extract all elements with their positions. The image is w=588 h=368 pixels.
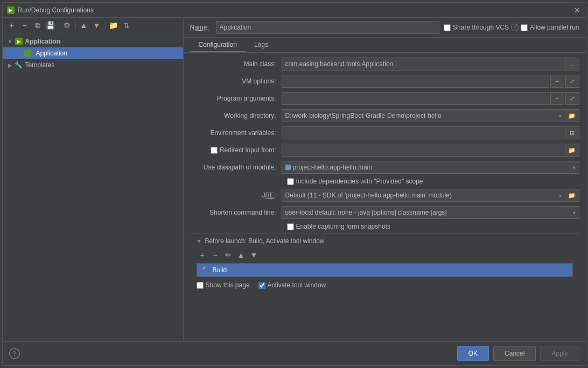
add-config-button[interactable]: + bbox=[6, 19, 18, 31]
redirect-input-row: Redirect input from: 📁 bbox=[190, 143, 579, 157]
apply-button[interactable]: Apply bbox=[540, 346, 579, 361]
before-launch-down-btn[interactable]: ▼ bbox=[248, 249, 260, 261]
activate-tool-label[interactable]: Activate tool window bbox=[258, 281, 326, 289]
enable-snapshots-checkbox[interactable] bbox=[287, 223, 294, 230]
program-args-input[interactable] bbox=[282, 92, 549, 105]
redirect-input[interactable] bbox=[282, 144, 565, 157]
build-list-item[interactable]: 🔨 Build bbox=[197, 264, 572, 277]
shorten-row: Shorten command line: user-local default… bbox=[190, 206, 579, 220]
show-page-label[interactable]: Show this page bbox=[197, 281, 250, 289]
activate-tool-text: Activate tool window bbox=[268, 281, 326, 289]
before-launch-edit-btn[interactable]: ✏ bbox=[222, 249, 234, 261]
title-bar: ▶ Run/Debug Configurations ✕ bbox=[3, 3, 586, 18]
enable-snapshots-row: Enable capturing form snapshots bbox=[190, 223, 579, 230]
share-help-icon[interactable]: ? bbox=[511, 24, 519, 31]
left-panel: + − ⧉ 💾 ⚙ ▲ ▼ 📁 ⇅ ▼ ▶ bbox=[3, 18, 184, 341]
jre-row: JRE: Default (11 - SDK of 'project-hello… bbox=[190, 188, 579, 202]
redirect-input-group: 📁 bbox=[282, 144, 579, 157]
vm-options-input[interactable] bbox=[282, 75, 549, 88]
shorten-select[interactable]: user-local default: none - java [options… bbox=[282, 206, 579, 219]
redirect-label-text: Redirect input from: bbox=[220, 146, 276, 154]
tree-item-application[interactable]: Application bbox=[3, 47, 183, 59]
redirect-checkbox-label[interactable]: Redirect input from: bbox=[190, 146, 276, 154]
before-launch-add-btn[interactable]: + bbox=[197, 249, 208, 261]
move-down-button[interactable]: ▼ bbox=[91, 19, 103, 31]
env-vars-input[interactable] bbox=[282, 126, 565, 139]
tab-configuration[interactable]: Configuration bbox=[190, 38, 246, 52]
allow-parallel-checkbox[interactable] bbox=[521, 24, 528, 31]
shorten-value: user-local default: none - java [options… bbox=[285, 209, 447, 216]
close-button[interactable]: ✕ bbox=[573, 6, 582, 15]
env-vars-browse-btn[interactable]: ⊞ bbox=[565, 126, 579, 139]
before-launch-collapse-btn[interactable]: ▼ bbox=[197, 238, 202, 244]
tree-item-templates-label: Templates bbox=[25, 61, 55, 69]
working-dir-browse-btn[interactable]: 📁 bbox=[565, 109, 579, 122]
form-area: Main class: … VM options: + ⤢ bbox=[184, 53, 586, 341]
classpath-value: project-hello.app-hello.main bbox=[285, 164, 372, 171]
main-class-row: Main class: … bbox=[190, 57, 579, 71]
classpath-arrow: ▾ bbox=[573, 165, 576, 171]
cancel-button[interactable]: Cancel bbox=[493, 346, 536, 361]
name-input[interactable] bbox=[216, 21, 440, 34]
folder-button[interactable]: 📁 bbox=[108, 19, 120, 31]
bottom-checks: Show this page Activate tool window bbox=[190, 278, 579, 292]
toolbar-sep-1 bbox=[59, 20, 59, 30]
save-config-button[interactable]: 💾 bbox=[45, 19, 57, 31]
jre-select[interactable]: Default (11 - SDK of 'project-hello.app-… bbox=[282, 189, 565, 202]
move-up-button[interactable]: ▲ bbox=[78, 19, 90, 31]
program-args-label: Program arguments: bbox=[190, 95, 282, 102]
copy-config-button[interactable]: ⧉ bbox=[32, 19, 44, 31]
tree-group-application[interactable]: ▼ ▶ Application bbox=[3, 36, 183, 47]
allow-parallel-checkbox-label[interactable]: Allow parallel run bbox=[521, 24, 579, 31]
share-vcs-label: Share through VCS bbox=[453, 24, 509, 31]
settings-button[interactable]: ⚙ bbox=[61, 19, 73, 31]
program-args-add-btn[interactable]: + bbox=[550, 92, 564, 105]
jre-arrow: ▾ bbox=[559, 193, 562, 199]
redirect-label: Redirect input from: bbox=[190, 146, 282, 154]
jre-browse-btn[interactable]: 📁 bbox=[565, 189, 579, 202]
include-provided-label[interactable]: Include dependencies with "Provided" sco… bbox=[287, 178, 423, 185]
dialog-icon: ▶ bbox=[7, 6, 15, 14]
show-page-checkbox[interactable] bbox=[197, 282, 204, 289]
footer: ? OK Cancel Apply bbox=[3, 341, 586, 365]
jre-label: JRE: bbox=[190, 192, 282, 199]
env-vars-row: Environment variables: ⊞ bbox=[190, 126, 579, 140]
ok-button[interactable]: OK bbox=[457, 346, 489, 361]
include-provided-checkbox[interactable] bbox=[287, 178, 294, 185]
main-class-input[interactable] bbox=[282, 58, 565, 70]
share-vcs-checkbox[interactable] bbox=[444, 24, 451, 31]
program-args-expand-btn[interactable]: ⤢ bbox=[565, 92, 579, 105]
before-launch-up-btn[interactable]: ▲ bbox=[235, 249, 247, 261]
classpath-label: Use classpath of module: bbox=[190, 164, 282, 171]
module-icon bbox=[285, 165, 291, 170]
vm-options-expand-btn[interactable]: ⤢ bbox=[565, 75, 579, 88]
tab-logs[interactable]: Logs bbox=[246, 38, 277, 52]
before-launch-title: Before launch: Build, Activate tool wind… bbox=[205, 237, 324, 245]
enable-snapshots-text: Enable capturing form snapshots bbox=[296, 223, 390, 230]
tree-item-application-label: Application bbox=[36, 49, 68, 57]
activate-tool-checkbox[interactable] bbox=[258, 282, 265, 289]
share-vcs-checkbox-label[interactable]: Share through VCS bbox=[444, 24, 509, 31]
before-launch-remove-btn[interactable]: − bbox=[209, 249, 221, 261]
classpath-select[interactable]: project-hello.app-hello.main ▾ bbox=[282, 161, 579, 174]
share-area: Share through VCS ? Allow parallel run bbox=[444, 24, 579, 31]
classpath-row: Use classpath of module: project-hello.a… bbox=[190, 160, 579, 174]
main-class-input-group: … bbox=[282, 58, 579, 70]
main-class-browse-btn[interactable]: … bbox=[565, 58, 579, 70]
main-content: + − ⧉ 💾 ⚙ ▲ ▼ 📁 ⇅ ▼ ▶ bbox=[3, 18, 586, 341]
redirect-browse-btn[interactable]: 📁 bbox=[565, 144, 579, 157]
show-page-text: Show this page bbox=[206, 281, 250, 289]
remove-config-button[interactable]: − bbox=[19, 19, 31, 31]
working-dir-value: D:\work-biology\SpringBoot-Gradle-Demo\p… bbox=[285, 112, 442, 119]
build-item-label: Build bbox=[213, 266, 227, 274]
shorten-input-group: user-local default: none - java [options… bbox=[282, 206, 579, 219]
redirect-checkbox[interactable] bbox=[211, 147, 218, 154]
tree-item-templates[interactable]: ▶ 🔧 Templates bbox=[3, 59, 183, 71]
help-button[interactable]: ? bbox=[9, 348, 20, 359]
sort-button[interactable]: ⇅ bbox=[121, 19, 132, 31]
working-dir-select[interactable]: D:\work-biology\SpringBoot-Gradle-Demo\p… bbox=[282, 109, 565, 122]
name-bar: Name: Share through VCS ? Allow parallel… bbox=[184, 18, 586, 38]
expand-icon-application: ▼ bbox=[7, 39, 13, 45]
vm-options-add-btn[interactable]: + bbox=[550, 75, 564, 88]
enable-snapshots-label[interactable]: Enable capturing form snapshots bbox=[287, 223, 390, 230]
